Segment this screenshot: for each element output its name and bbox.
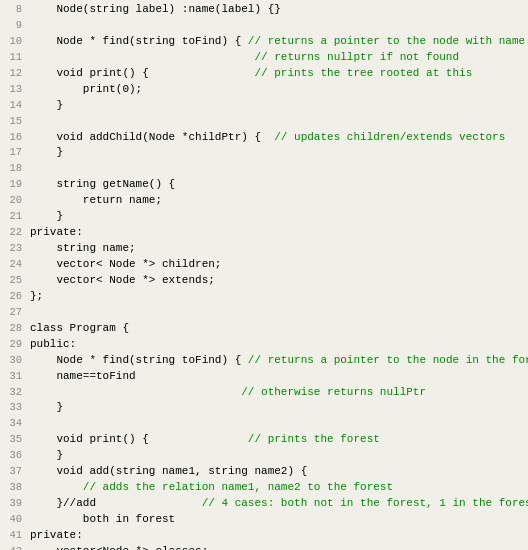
line-number: 28 bbox=[4, 321, 22, 337]
line-content: string name; bbox=[30, 241, 524, 257]
code-line: 34 bbox=[4, 416, 524, 432]
code-text bbox=[30, 481, 83, 493]
line-content: } bbox=[30, 448, 524, 464]
code-text: } bbox=[30, 146, 63, 158]
code-text: string name; bbox=[30, 242, 136, 254]
comment: // returns a pointer to the node in the … bbox=[248, 354, 528, 366]
line-number: 15 bbox=[4, 114, 22, 130]
code-line: 17 } bbox=[4, 145, 524, 161]
line-number: 37 bbox=[4, 464, 22, 480]
code-text bbox=[30, 386, 241, 398]
line-content: }; bbox=[30, 289, 524, 305]
code-text: private: bbox=[30, 226, 83, 238]
line-content: private: bbox=[30, 528, 524, 544]
code-text: both in forest bbox=[30, 513, 175, 525]
line-content bbox=[30, 18, 524, 34]
line-number: 42 bbox=[4, 544, 22, 550]
line-content: vector< Node *> children; bbox=[30, 257, 524, 273]
line-number: 36 bbox=[4, 448, 22, 464]
code-text: void addChild(Node *childPtr) { bbox=[30, 131, 274, 143]
comment: // prints the tree rooted at this bbox=[254, 67, 472, 79]
line-content bbox=[30, 161, 524, 177]
line-content: vector<Node *> classes; bbox=[30, 544, 524, 550]
code-line: 23 string name; bbox=[4, 241, 524, 257]
line-content: private: bbox=[30, 225, 524, 241]
comment: // returns nullptr if not found bbox=[254, 51, 459, 63]
line-content: // adds the relation name1, name2 to the… bbox=[30, 480, 524, 496]
line-number: 21 bbox=[4, 209, 22, 225]
line-content: Node * find(string toFind) { // returns … bbox=[30, 353, 528, 369]
line-content: } bbox=[30, 145, 524, 161]
line-content: print(0); bbox=[30, 82, 524, 98]
line-content: // otherwise returns nullPtr bbox=[30, 385, 524, 401]
line-number: 27 bbox=[4, 305, 22, 321]
code-text: } bbox=[30, 449, 63, 461]
line-number: 26 bbox=[4, 289, 22, 305]
code-line: 16 void addChild(Node *childPtr) { // up… bbox=[4, 130, 524, 146]
line-number: 38 bbox=[4, 480, 22, 496]
line-number: 35 bbox=[4, 432, 22, 448]
line-number: 9 bbox=[4, 18, 22, 34]
code-line: 29public: bbox=[4, 337, 524, 353]
code-text: vector< Node *> extends; bbox=[30, 274, 215, 286]
code-line: 21 } bbox=[4, 209, 524, 225]
line-number: 33 bbox=[4, 400, 22, 416]
line-number: 23 bbox=[4, 241, 22, 257]
code-text bbox=[30, 51, 254, 63]
comment: // updates children/extends vectors bbox=[274, 131, 505, 143]
line-number: 24 bbox=[4, 257, 22, 273]
line-content: void add(string name1, string name2) { bbox=[30, 464, 524, 480]
code-line: 30 Node * find(string toFind) { // retur… bbox=[4, 353, 524, 369]
line-number: 11 bbox=[4, 50, 22, 66]
line-number: 18 bbox=[4, 161, 22, 177]
line-content: void print() { // prints the tree rooted… bbox=[30, 66, 524, 82]
code-line: 22private: bbox=[4, 225, 524, 241]
line-content: class Program { bbox=[30, 321, 524, 337]
code-text: public: bbox=[30, 338, 76, 350]
code-line: 33 } bbox=[4, 400, 524, 416]
line-content: } bbox=[30, 400, 524, 416]
line-number: 14 bbox=[4, 98, 22, 114]
code-line: 14 } bbox=[4, 98, 524, 114]
code-text: private: bbox=[30, 529, 83, 541]
line-content bbox=[30, 416, 524, 432]
line-number: 29 bbox=[4, 337, 22, 353]
code-text: void add(string name1, string name2) { bbox=[30, 465, 307, 477]
line-number: 22 bbox=[4, 225, 22, 241]
code-line: 31 name==toFind bbox=[4, 369, 524, 385]
code-line: 20 return name; bbox=[4, 193, 524, 209]
code-line: 40 both in forest bbox=[4, 512, 524, 528]
code-line: 38 // adds the relation name1, name2 to … bbox=[4, 480, 524, 496]
code-text: return name; bbox=[30, 194, 162, 206]
code-line: 28class Program { bbox=[4, 321, 524, 337]
line-number: 25 bbox=[4, 273, 22, 289]
comment: // otherwise returns nullPtr bbox=[241, 386, 426, 398]
code-line: 42 vector<Node *> classes; bbox=[4, 544, 524, 550]
line-content: } bbox=[30, 98, 524, 114]
line-number: 13 bbox=[4, 82, 22, 98]
line-content: } bbox=[30, 209, 524, 225]
line-number: 41 bbox=[4, 528, 22, 544]
line-content: Node * find(string toFind) { // returns … bbox=[30, 34, 528, 50]
line-number: 31 bbox=[4, 369, 22, 385]
code-text: void print() { bbox=[30, 433, 248, 445]
line-content bbox=[30, 305, 524, 321]
code-text: } bbox=[30, 401, 63, 413]
code-line: 26}; bbox=[4, 289, 524, 305]
line-content: // returns nullptr if not found bbox=[30, 50, 524, 66]
code-text: Node * find(string toFind) { bbox=[30, 354, 248, 366]
line-content: both in forest bbox=[30, 512, 524, 528]
code-text: string getName() { bbox=[30, 178, 175, 190]
line-content: void print() { // prints the forest bbox=[30, 432, 524, 448]
comment: // prints the forest bbox=[248, 433, 380, 445]
code-line: 35 void print() { // prints the forest bbox=[4, 432, 524, 448]
line-content: return name; bbox=[30, 193, 524, 209]
code-line: 41private: bbox=[4, 528, 524, 544]
code-text: vector< Node *> children; bbox=[30, 258, 221, 270]
line-content: }//add // 4 cases: both not in the fores… bbox=[30, 496, 528, 512]
code-line: 32 // otherwise returns nullPtr bbox=[4, 385, 524, 401]
code-line: 9 bbox=[4, 18, 524, 34]
code-text: Node * find(string toFind) { bbox=[30, 35, 248, 47]
line-content: name==toFind bbox=[30, 369, 524, 385]
code-container: 8 Node(string label) :name(label) {}9 10… bbox=[0, 0, 528, 550]
